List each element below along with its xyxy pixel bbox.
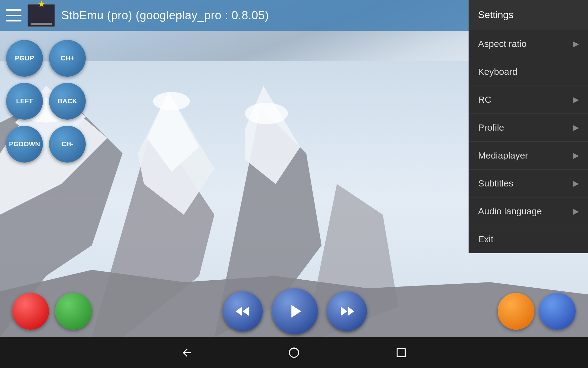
chevron-right-icon: ▶ bbox=[573, 40, 579, 48]
fast-forward-icon bbox=[338, 302, 356, 320]
recents-nav-button[interactable] bbox=[394, 345, 409, 360]
menu-item-mediaplayer-label: Mediaplayer bbox=[478, 150, 528, 161]
menu-item-keyboard[interactable]: Keyboard bbox=[469, 58, 588, 86]
menu-item-audio-language[interactable]: Audio language ▶ bbox=[469, 197, 588, 225]
back-button[interactable]: BACK bbox=[49, 83, 86, 120]
app-title: StbEmu (pro) (googleplay_pro : 0.8.05) bbox=[61, 9, 269, 22]
chevron-right-icon-mediaplayer: ▶ bbox=[573, 151, 579, 160]
fast-forward-button[interactable] bbox=[327, 291, 367, 331]
settings-title: Settings bbox=[469, 0, 588, 30]
menu-item-profile[interactable]: Profile ▶ bbox=[469, 114, 588, 142]
chevron-right-icon-profile: ▶ bbox=[573, 123, 579, 132]
svg-rect-16 bbox=[397, 349, 405, 357]
ch-plus-button[interactable]: CH+ bbox=[49, 40, 86, 77]
rewind-icon bbox=[234, 302, 252, 320]
rewind-button[interactable] bbox=[223, 291, 263, 331]
blue-button[interactable] bbox=[539, 293, 576, 330]
menu-item-profile-label: Profile bbox=[478, 122, 504, 133]
android-nav-bar bbox=[0, 337, 588, 368]
left-button[interactable]: LEFT bbox=[6, 83, 43, 120]
back-nav-button[interactable] bbox=[179, 345, 194, 360]
settings-menu: Settings Aspect ratio ▶ Keyboard RC ▶ Pr… bbox=[469, 0, 588, 253]
ch-minus-button[interactable]: CH- bbox=[49, 126, 86, 163]
menu-item-rc[interactable]: RC ▶ bbox=[469, 86, 588, 114]
menu-item-aspect-ratio-label: Aspect ratio bbox=[478, 39, 526, 49]
chevron-right-icon-audio: ▶ bbox=[573, 207, 579, 216]
menu-line-1 bbox=[6, 9, 21, 11]
pgup-button[interactable]: PGUP bbox=[6, 40, 43, 77]
chevron-right-icon-rc: ▶ bbox=[573, 95, 579, 104]
menu-item-audio-language-label: Audio language bbox=[478, 206, 542, 217]
green-button[interactable] bbox=[55, 293, 92, 330]
menu-item-exit[interactable]: Exit bbox=[469, 225, 588, 253]
pgdown-button[interactable]: PGDOWN bbox=[6, 126, 43, 163]
menu-item-mediaplayer[interactable]: Mediaplayer ▶ bbox=[469, 142, 588, 170]
orange-button[interactable] bbox=[498, 293, 534, 330]
menu-item-exit-label: Exit bbox=[478, 234, 493, 244]
play-button[interactable] bbox=[272, 288, 318, 334]
play-icon bbox=[284, 301, 306, 322]
menu-item-subtitles[interactable]: Subtitles ▶ bbox=[469, 170, 588, 197]
menu-line-2 bbox=[6, 15, 21, 16]
back-nav-icon bbox=[181, 347, 193, 359]
menu-item-rc-label: RC bbox=[478, 94, 491, 105]
control-row-2: LEFT BACK bbox=[6, 83, 86, 120]
menu-item-aspect-ratio[interactable]: Aspect ratio ▶ bbox=[469, 30, 588, 58]
app-logo bbox=[28, 4, 55, 27]
svg-point-15 bbox=[289, 348, 299, 357]
control-row-3: PGDOWN CH- bbox=[6, 126, 86, 163]
bottom-controls-bar bbox=[0, 288, 588, 334]
red-button[interactable] bbox=[12, 293, 49, 330]
control-row-1: PGUP CH+ bbox=[6, 40, 86, 77]
recents-nav-icon bbox=[395, 347, 407, 359]
menu-item-subtitles-label: Subtitles bbox=[478, 178, 513, 189]
control-buttons-panel: PGUP CH+ LEFT BACK PGDOWN CH- bbox=[6, 40, 86, 163]
menu-item-keyboard-label: Keyboard bbox=[478, 67, 517, 77]
hamburger-menu-button[interactable] bbox=[6, 9, 21, 21]
menu-line-3 bbox=[6, 20, 21, 21]
home-nav-button[interactable] bbox=[286, 345, 302, 360]
left-color-buttons bbox=[12, 293, 92, 330]
right-color-buttons bbox=[498, 293, 576, 330]
chevron-right-icon-subtitles: ▶ bbox=[573, 179, 579, 188]
playback-controls bbox=[223, 288, 367, 334]
home-nav-icon bbox=[288, 347, 300, 359]
